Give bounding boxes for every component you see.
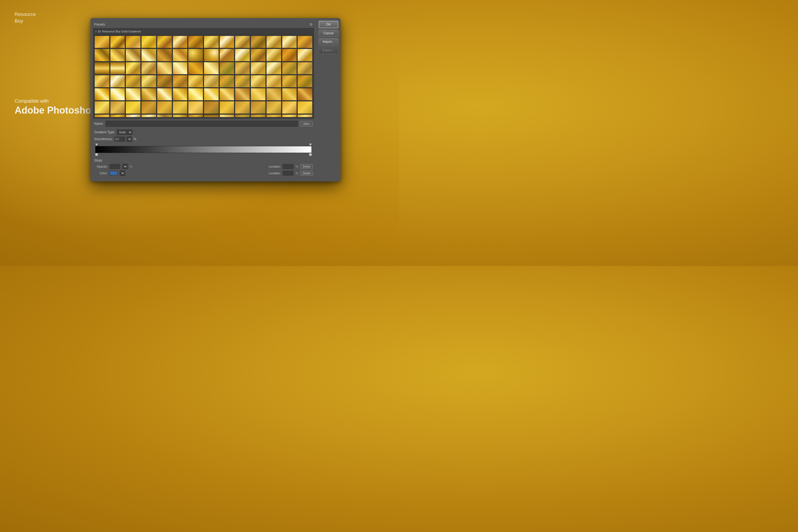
gradient-swatch[interactable] [204, 49, 219, 61]
gradient-swatch[interactable] [266, 36, 281, 48]
gradient-swatch[interactable] [235, 75, 250, 88]
gradient-swatch[interactable] [110, 75, 125, 88]
gradient-swatch[interactable] [235, 62, 250, 75]
gradient-swatch[interactable] [204, 114, 219, 117]
gradient-swatch[interactable] [235, 36, 250, 48]
gradient-swatch[interactable] [235, 114, 250, 117]
gradient-swatch[interactable] [126, 62, 141, 75]
gradient-swatch[interactable] [110, 88, 125, 100]
gradient-swatch[interactable] [173, 36, 188, 48]
opacity-unit-select[interactable] [122, 164, 128, 169]
color-stop-right[interactable] [309, 153, 312, 156]
gradient-swatch[interactable] [126, 101, 141, 114]
gradient-swatch[interactable] [157, 49, 172, 61]
gradient-swatch[interactable] [282, 75, 297, 88]
gradient-swatch[interactable] [157, 101, 172, 114]
gradient-swatch[interactable] [282, 62, 297, 75]
gradient-swatch[interactable] [251, 62, 266, 75]
gradient-swatch[interactable] [298, 75, 312, 88]
gradient-swatch[interactable] [94, 75, 110, 88]
gradient-swatch[interactable] [157, 62, 172, 75]
gradient-swatch[interactable] [204, 75, 219, 88]
gradient-list-area[interactable]: ∨ 🗁 Resource Boy Gold Gradients [93, 28, 314, 119]
gradient-swatch[interactable] [251, 88, 266, 100]
color-delete-button[interactable]: Delete [300, 171, 313, 175]
gradient-swatch[interactable] [298, 114, 312, 117]
gradient-swatch[interactable] [298, 101, 312, 114]
color-blend-select[interactable] [120, 171, 125, 176]
gradient-swatch[interactable] [94, 62, 110, 75]
gradient-swatch[interactable] [110, 36, 125, 48]
gradient-swatch[interactable] [298, 88, 312, 100]
gradient-swatch[interactable] [188, 101, 203, 114]
gradient-swatch[interactable] [188, 49, 203, 61]
gradient-swatch[interactable] [94, 88, 110, 100]
gradient-swatch[interactable] [173, 88, 188, 100]
gradient-type-select[interactable]: Solid Noise [117, 130, 132, 135]
gradient-swatch[interactable] [94, 114, 110, 117]
opacity-stop-right[interactable] [309, 144, 312, 146]
gradient-swatch[interactable] [251, 101, 266, 114]
gradient-swatch[interactable] [94, 36, 110, 48]
gradient-swatch[interactable] [282, 36, 297, 48]
ok-button[interactable]: OK [319, 21, 338, 28]
gradient-swatch[interactable] [204, 88, 219, 100]
opacity-delete-button[interactable]: Delete [300, 164, 313, 169]
gradient-swatch[interactable] [173, 101, 188, 114]
gradient-swatch[interactable] [94, 49, 110, 61]
gradient-swatch[interactable] [220, 36, 234, 48]
gradient-swatch[interactable] [157, 75, 172, 88]
gradient-swatch[interactable] [251, 75, 266, 88]
gradient-swatch[interactable] [251, 36, 266, 48]
gradient-swatch[interactable] [173, 62, 188, 75]
gradient-swatch[interactable] [157, 114, 172, 117]
gradient-swatch[interactable] [173, 75, 188, 88]
gradient-swatch[interactable] [126, 36, 141, 48]
gradient-swatch[interactable] [251, 49, 266, 61]
gradient-swatch[interactable] [126, 75, 141, 88]
gradient-swatch[interactable] [220, 75, 234, 88]
color-stop-left[interactable] [95, 153, 98, 156]
gradient-swatch[interactable] [110, 101, 125, 114]
new-button[interactable]: New [300, 121, 313, 126]
gradient-swatch[interactable] [298, 62, 312, 75]
gradient-swatch[interactable] [204, 62, 219, 75]
gradient-swatch[interactable] [220, 49, 234, 61]
gradient-swatch[interactable] [266, 49, 281, 61]
gradient-swatch[interactable] [110, 49, 125, 61]
gradient-swatch[interactable] [220, 114, 234, 117]
name-input[interactable] [106, 121, 298, 127]
gradient-swatch[interactable] [204, 101, 219, 114]
gradient-swatch[interactable] [266, 88, 281, 100]
gradient-swatch[interactable] [282, 101, 297, 114]
gradient-swatch[interactable] [141, 36, 156, 48]
gradient-swatch[interactable] [188, 36, 203, 48]
opacity-stop-left[interactable] [95, 144, 98, 146]
gradient-preview-bar[interactable] [95, 146, 312, 153]
color-location-input[interactable] [283, 171, 293, 175]
gradient-swatch[interactable] [94, 101, 110, 114]
gradient-swatch[interactable] [266, 101, 281, 114]
smoothness-input[interactable] [114, 137, 125, 141]
color-swatch-mini[interactable] [110, 171, 118, 175]
gradient-swatch[interactable] [157, 36, 172, 48]
gradient-swatch[interactable] [235, 88, 250, 100]
smoothness-unit-select[interactable] [127, 136, 132, 142]
gradient-swatch[interactable] [282, 49, 297, 61]
cancel-button[interactable]: Cancel [319, 30, 338, 37]
gear-icon[interactable]: ⚙ [309, 22, 313, 26]
gradient-swatch[interactable] [204, 36, 219, 48]
gradient-swatch[interactable] [141, 101, 156, 114]
gradient-swatch[interactable] [235, 49, 250, 61]
gradient-swatch[interactable] [188, 88, 203, 100]
gradient-swatch[interactable] [141, 75, 156, 88]
gradient-swatch[interactable] [141, 49, 156, 61]
gradient-swatch[interactable] [126, 88, 141, 100]
gradient-swatch[interactable] [173, 114, 188, 117]
opacity-value-input[interactable] [110, 164, 120, 169]
gradient-swatch[interactable] [220, 101, 234, 114]
gradient-swatch[interactable] [251, 114, 266, 117]
gradient-swatch[interactable] [141, 88, 156, 100]
gradient-swatch[interactable] [282, 88, 297, 100]
gradient-swatch[interactable] [188, 62, 203, 75]
